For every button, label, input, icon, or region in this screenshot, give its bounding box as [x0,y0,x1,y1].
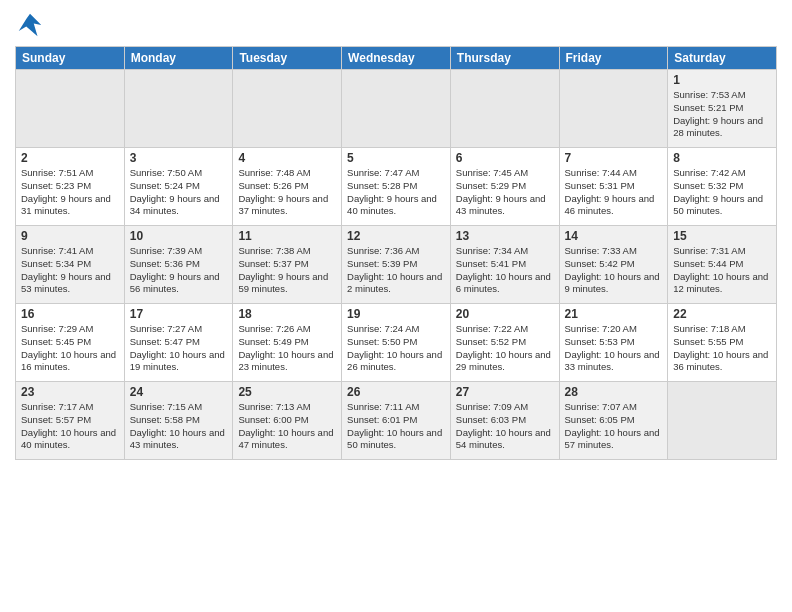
day-number: 16 [21,307,119,321]
day-number: 24 [130,385,228,399]
day-info: Sunrise: 7:31 AM Sunset: 5:44 PM Dayligh… [673,245,771,296]
day-number: 9 [21,229,119,243]
calendar-cell: 14Sunrise: 7:33 AM Sunset: 5:42 PM Dayli… [559,226,668,304]
day-number: 15 [673,229,771,243]
day-number: 14 [565,229,663,243]
day-info: Sunrise: 7:50 AM Sunset: 5:24 PM Dayligh… [130,167,228,218]
calendar-cell: 23Sunrise: 7:17 AM Sunset: 5:57 PM Dayli… [16,382,125,460]
calendar-cell: 6Sunrise: 7:45 AM Sunset: 5:29 PM Daylig… [450,148,559,226]
day-number: 7 [565,151,663,165]
day-info: Sunrise: 7:51 AM Sunset: 5:23 PM Dayligh… [21,167,119,218]
day-info: Sunrise: 7:33 AM Sunset: 5:42 PM Dayligh… [565,245,663,296]
day-number: 27 [456,385,554,399]
logo [15,10,45,40]
day-info: Sunrise: 7:36 AM Sunset: 5:39 PM Dayligh… [347,245,445,296]
calendar-cell: 18Sunrise: 7:26 AM Sunset: 5:49 PM Dayli… [233,304,342,382]
day-info: Sunrise: 7:29 AM Sunset: 5:45 PM Dayligh… [21,323,119,374]
day-number: 23 [21,385,119,399]
day-number: 10 [130,229,228,243]
day-number: 25 [238,385,336,399]
calendar-cell: 22Sunrise: 7:18 AM Sunset: 5:55 PM Dayli… [668,304,777,382]
day-info: Sunrise: 7:47 AM Sunset: 5:28 PM Dayligh… [347,167,445,218]
calendar-cell: 24Sunrise: 7:15 AM Sunset: 5:58 PM Dayli… [124,382,233,460]
day-header-monday: Monday [124,47,233,70]
calendar-cell: 13Sunrise: 7:34 AM Sunset: 5:41 PM Dayli… [450,226,559,304]
calendar-cell [559,70,668,148]
day-number: 21 [565,307,663,321]
day-number: 11 [238,229,336,243]
calendar-cell: 19Sunrise: 7:24 AM Sunset: 5:50 PM Dayli… [342,304,451,382]
calendar-cell: 9Sunrise: 7:41 AM Sunset: 5:34 PM Daylig… [16,226,125,304]
days-header-row: SundayMondayTuesdayWednesdayThursdayFrid… [16,47,777,70]
calendar-cell [233,70,342,148]
day-info: Sunrise: 7:53 AM Sunset: 5:21 PM Dayligh… [673,89,771,140]
day-info: Sunrise: 7:17 AM Sunset: 5:57 PM Dayligh… [21,401,119,452]
day-info: Sunrise: 7:38 AM Sunset: 5:37 PM Dayligh… [238,245,336,296]
day-info: Sunrise: 7:41 AM Sunset: 5:34 PM Dayligh… [21,245,119,296]
calendar-cell: 1Sunrise: 7:53 AM Sunset: 5:21 PM Daylig… [668,70,777,148]
day-info: Sunrise: 7:18 AM Sunset: 5:55 PM Dayligh… [673,323,771,374]
calendar-cell: 8Sunrise: 7:42 AM Sunset: 5:32 PM Daylig… [668,148,777,226]
day-header-friday: Friday [559,47,668,70]
day-header-saturday: Saturday [668,47,777,70]
day-info: Sunrise: 7:34 AM Sunset: 5:41 PM Dayligh… [456,245,554,296]
calendar-cell: 5Sunrise: 7:47 AM Sunset: 5:28 PM Daylig… [342,148,451,226]
day-number: 5 [347,151,445,165]
calendar-cell [124,70,233,148]
day-number: 20 [456,307,554,321]
week-row-2: 2Sunrise: 7:51 AM Sunset: 5:23 PM Daylig… [16,148,777,226]
day-info: Sunrise: 7:39 AM Sunset: 5:36 PM Dayligh… [130,245,228,296]
day-number: 26 [347,385,445,399]
calendar-cell: 15Sunrise: 7:31 AM Sunset: 5:44 PM Dayli… [668,226,777,304]
calendar-cell [342,70,451,148]
day-number: 17 [130,307,228,321]
calendar-cell: 26Sunrise: 7:11 AM Sunset: 6:01 PM Dayli… [342,382,451,460]
calendar-cell: 4Sunrise: 7:48 AM Sunset: 5:26 PM Daylig… [233,148,342,226]
day-number: 1 [673,73,771,87]
week-row-4: 16Sunrise: 7:29 AM Sunset: 5:45 PM Dayli… [16,304,777,382]
calendar-cell: 28Sunrise: 7:07 AM Sunset: 6:05 PM Dayli… [559,382,668,460]
day-number: 22 [673,307,771,321]
day-number: 12 [347,229,445,243]
calendar-cell [450,70,559,148]
day-number: 8 [673,151,771,165]
calendar-cell [16,70,125,148]
day-info: Sunrise: 7:15 AM Sunset: 5:58 PM Dayligh… [130,401,228,452]
calendar-cell: 10Sunrise: 7:39 AM Sunset: 5:36 PM Dayli… [124,226,233,304]
day-number: 6 [456,151,554,165]
week-row-5: 23Sunrise: 7:17 AM Sunset: 5:57 PM Dayli… [16,382,777,460]
day-info: Sunrise: 7:20 AM Sunset: 5:53 PM Dayligh… [565,323,663,374]
day-header-tuesday: Tuesday [233,47,342,70]
day-info: Sunrise: 7:48 AM Sunset: 5:26 PM Dayligh… [238,167,336,218]
calendar-table: SundayMondayTuesdayWednesdayThursdayFrid… [15,46,777,460]
svg-marker-0 [19,14,42,37]
calendar-cell: 21Sunrise: 7:20 AM Sunset: 5:53 PM Dayli… [559,304,668,382]
day-number: 18 [238,307,336,321]
calendar-cell: 16Sunrise: 7:29 AM Sunset: 5:45 PM Dayli… [16,304,125,382]
calendar-cell: 27Sunrise: 7:09 AM Sunset: 6:03 PM Dayli… [450,382,559,460]
day-info: Sunrise: 7:11 AM Sunset: 6:01 PM Dayligh… [347,401,445,452]
week-row-3: 9Sunrise: 7:41 AM Sunset: 5:34 PM Daylig… [16,226,777,304]
calendar-cell: 11Sunrise: 7:38 AM Sunset: 5:37 PM Dayli… [233,226,342,304]
calendar-cell: 12Sunrise: 7:36 AM Sunset: 5:39 PM Dayli… [342,226,451,304]
calendar-cell: 7Sunrise: 7:44 AM Sunset: 5:31 PM Daylig… [559,148,668,226]
calendar-cell: 3Sunrise: 7:50 AM Sunset: 5:24 PM Daylig… [124,148,233,226]
day-info: Sunrise: 7:44 AM Sunset: 5:31 PM Dayligh… [565,167,663,218]
calendar-cell: 2Sunrise: 7:51 AM Sunset: 5:23 PM Daylig… [16,148,125,226]
day-number: 4 [238,151,336,165]
page-container: SundayMondayTuesdayWednesdayThursdayFrid… [0,0,792,470]
calendar-cell: 20Sunrise: 7:22 AM Sunset: 5:52 PM Dayli… [450,304,559,382]
day-info: Sunrise: 7:45 AM Sunset: 5:29 PM Dayligh… [456,167,554,218]
header-row [15,10,777,40]
calendar-cell [668,382,777,460]
week-row-1: 1Sunrise: 7:53 AM Sunset: 5:21 PM Daylig… [16,70,777,148]
day-info: Sunrise: 7:07 AM Sunset: 6:05 PM Dayligh… [565,401,663,452]
day-info: Sunrise: 7:27 AM Sunset: 5:47 PM Dayligh… [130,323,228,374]
day-info: Sunrise: 7:09 AM Sunset: 6:03 PM Dayligh… [456,401,554,452]
day-info: Sunrise: 7:42 AM Sunset: 5:32 PM Dayligh… [673,167,771,218]
day-header-wednesday: Wednesday [342,47,451,70]
calendar-cell: 17Sunrise: 7:27 AM Sunset: 5:47 PM Dayli… [124,304,233,382]
day-number: 2 [21,151,119,165]
day-number: 19 [347,307,445,321]
day-info: Sunrise: 7:22 AM Sunset: 5:52 PM Dayligh… [456,323,554,374]
